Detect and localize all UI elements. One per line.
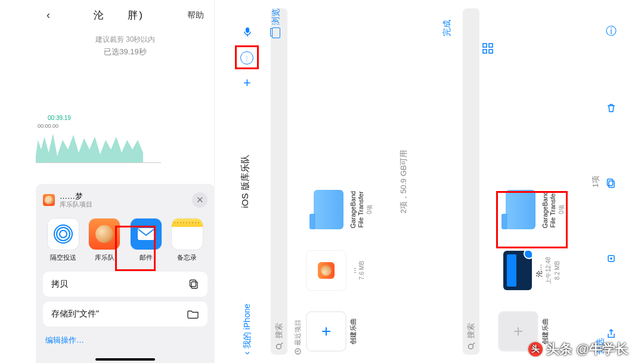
share-sheet: ……梦 库乐队项目 ✕ 隔空投送 库乐队: [36, 184, 215, 363]
waveform[interactable]: [36, 130, 143, 162]
trim-hint: 建议裁剪 30秒以内: [36, 35, 215, 45]
copy-stack-icon[interactable]: [606, 253, 617, 264]
svg-rect-18: [608, 179, 613, 186]
svg-rect-16: [489, 50, 493, 53]
back-chevron-icon[interactable]: ‹: [47, 9, 50, 21]
timeline-axis: [36, 162, 161, 163]
share-item-title: ……梦: [60, 192, 187, 201]
folder-icon: [306, 190, 346, 229]
project-thumbnail: [503, 251, 532, 290]
svg-line-9: [281, 343, 283, 344]
svg-rect-5: [190, 280, 196, 287]
folder-icon: [187, 309, 199, 319]
toutiao-logo-icon: 头: [528, 342, 543, 356]
done-button[interactable]: 完成: [442, 20, 453, 36]
folder-tab-icon: [272, 27, 280, 38]
share-icon[interactable]: [606, 328, 617, 339]
svg-line-12: [473, 343, 475, 344]
garageband-doc-icon: [306, 251, 346, 290]
airdrop-icon: [48, 219, 79, 250]
bottom-toolbar: ⓘ: [596, 0, 626, 363]
trash-icon[interactable]: [606, 103, 617, 113]
browse-tab[interactable]: 浏览: [271, 8, 281, 38]
selected-project-item[interactable]: 沦… 上午12:48 8.2 MB: [499, 247, 566, 294]
grid-view-icon[interactable]: [482, 43, 493, 54]
garageband-doc-icon: [43, 194, 55, 206]
highlight-box: [235, 45, 259, 69]
notes-button[interactable]: 备忘录: [168, 219, 206, 262]
search-field[interactable]: 搜索: [271, 8, 287, 355]
svg-rect-17: [609, 181, 614, 187]
files-browse-screen: 搜索 最近项目 浏览 + 创建乐曲 … 7.6 MB GarageBand Fi…: [261, 0, 446, 363]
playhead-time: 00:39.19: [48, 115, 71, 121]
select-items-screen: 搜索 全选 + 创建乐曲 沦… 上午12:48 8.2 MB GarageBan…: [453, 0, 614, 363]
mic-icon[interactable]: [242, 26, 253, 37]
plus-icon: +: [306, 312, 346, 351]
svg-point-0: [60, 230, 67, 238]
share-sheet-screen: ‹ 沦 胖) 帮助 建议裁剪 30秒以内 已选39.19秒 00:39.19 0…: [0, 0, 215, 363]
check-icon: [524, 251, 532, 259]
share-item-subtitle: 库乐队项目: [60, 201, 187, 208]
info-icon[interactable]: ⓘ: [606, 24, 617, 38]
save-to-files-action[interactable]: 存储到"文件": [43, 302, 208, 327]
copy-icon: [188, 279, 199, 290]
watermark: 头 头条 @牛学长: [528, 340, 628, 358]
add-button[interactable]: +: [243, 75, 251, 91]
svg-rect-15: [483, 50, 487, 53]
editor-header: ‹ 沦 胖) 帮助: [36, 8, 215, 22]
svg-rect-13: [483, 44, 487, 47]
airdrop-button[interactable]: 隔空投送: [44, 219, 82, 262]
copy-action[interactable]: 拷贝: [43, 272, 208, 297]
svg-rect-14: [489, 44, 493, 47]
highlight-box: [115, 226, 156, 271]
project-item[interactable]: … 7.6 MB: [306, 247, 374, 294]
duplicate-icon[interactable]: [606, 178, 617, 189]
storage-status: 2项，50.9 GB可用: [398, 0, 409, 363]
svg-point-8: [276, 344, 281, 349]
create-song-button[interactable]: + 创建乐曲: [306, 308, 374, 355]
home-indicator: [95, 358, 155, 361]
svg-rect-4: [191, 282, 197, 288]
edit-actions-link[interactable]: 编辑操作…: [43, 331, 208, 349]
svg-point-11: [468, 344, 473, 349]
selected-duration: 已选39.19秒: [36, 47, 215, 57]
svg-rect-6: [246, 27, 249, 33]
song-title: 沦 胖): [94, 8, 144, 22]
help-link[interactable]: 帮助: [187, 10, 204, 21]
folder-item[interactable]: GarageBand File Transfer 0项: [306, 186, 374, 233]
timeline-start: 00:00.00: [38, 123, 58, 129]
svg-point-1: [57, 227, 70, 241]
recent-items-header[interactable]: 最近项目: [293, 319, 302, 355]
search-field[interactable]: 搜索: [463, 8, 479, 355]
highlight-box: [496, 191, 568, 248]
close-button[interactable]: ✕: [192, 192, 208, 208]
notes-icon: [172, 219, 203, 250]
